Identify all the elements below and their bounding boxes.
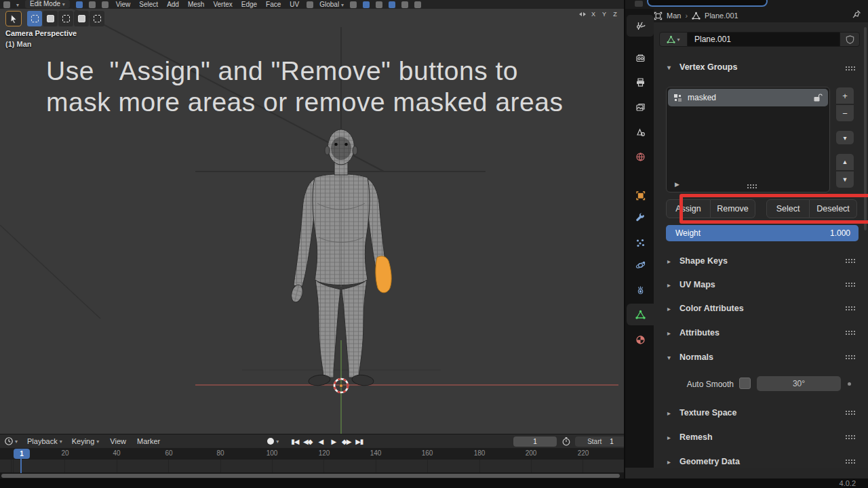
auto-keying-button[interactable]: ▾ — [267, 438, 279, 445]
panel-attributes[interactable]: ▸Attributes — [654, 321, 868, 344]
panel-grip-icon[interactable] — [845, 282, 855, 287]
list-grip-icon[interactable] — [747, 184, 757, 189]
select-mode-vertex-icon[interactable] — [76, 1, 83, 8]
vertex-group-specials-button[interactable]: ▾ — [835, 130, 854, 145]
select-circle-tool-button[interactable] — [43, 11, 58, 26]
menu-mesh[interactable]: Mesh — [186, 1, 205, 8]
filter-icon[interactable] — [635, 1, 643, 7]
tab-particles[interactable] — [627, 232, 654, 253]
datablock-name-field[interactable]: Plane.001 — [688, 32, 840, 47]
tweak-tool-button[interactable] — [5, 11, 22, 26]
xray-icon[interactable] — [389, 1, 395, 8]
select-subtract-tool-button[interactable] — [90, 11, 104, 26]
panel-grip-icon[interactable] — [845, 410, 855, 415]
play-reverse-button[interactable]: ◀ — [315, 438, 326, 445]
breadcrumb-data[interactable]: Plane.001 — [705, 12, 738, 20]
panel-grip-icon[interactable] — [845, 434, 855, 440]
tab-physics[interactable] — [627, 254, 654, 276]
tab-object[interactable] — [627, 184, 654, 206]
weight-slider[interactable]: Weight 1.000 — [666, 225, 859, 241]
current-frame-marker[interactable]: 1 — [14, 449, 30, 459]
panel-normals[interactable]: ▾Normals — [654, 346, 868, 369]
orientation-icon[interactable] — [307, 1, 313, 8]
animate-decorator-dot[interactable] — [848, 382, 851, 386]
panel-grip-icon[interactable] — [845, 66, 855, 71]
transform-icon[interactable] — [3, 1, 10, 8]
select-mode-face-icon[interactable] — [102, 1, 108, 8]
timeline-scrollbar[interactable] — [1, 474, 620, 478]
panel-shape-keys[interactable]: ▸Shape Keys — [654, 249, 868, 272]
add-vertex-group-button[interactable]: + — [835, 87, 854, 104]
mode-dropdown[interactable]: Edit Mode ▾ — [25, 0, 70, 8]
tab-constraints[interactable] — [627, 279, 654, 301]
editor-type-button[interactable]: ▾ — [4, 436, 18, 446]
panel-grip-icon[interactable] — [845, 306, 855, 311]
panel-uv-maps[interactable]: ▸UV Maps — [654, 273, 868, 296]
view-menu[interactable]: View — [110, 437, 126, 445]
vertex-groups-list[interactable]: masked ▶ — [666, 87, 830, 192]
panel-color-attributes[interactable]: ▸Color Attributes — [654, 297, 868, 320]
panel-grip-icon[interactable] — [845, 354, 855, 360]
timeline-editor[interactable]: ▾ Playback▾ Keying▾ View Marker ▾ ▮◀ ◀◆ … — [0, 434, 624, 479]
snap-icon[interactable] — [363, 1, 370, 8]
panel-grip-icon[interactable] — [845, 459, 855, 464]
shading-icon[interactable] — [414, 1, 421, 8]
menu-edge[interactable]: Edge — [240, 1, 258, 8]
mirror-x-button[interactable]: X — [589, 9, 598, 19]
tab-object-data[interactable] — [627, 304, 654, 325]
list-filter-expand-icon[interactable]: ▶ — [675, 181, 679, 188]
panel-grip-icon[interactable] — [845, 330, 855, 336]
panel-remesh[interactable]: ▸Remesh — [654, 426, 868, 449]
marker-menu[interactable]: Marker — [137, 437, 160, 445]
mirror-z-button[interactable]: Z — [610, 9, 620, 19]
lock-open-icon[interactable] — [812, 93, 823, 102]
playhead-line[interactable] — [20, 459, 22, 473]
datablock-browse-button[interactable]: ▾ — [659, 32, 688, 47]
pivot-icon[interactable] — [350, 1, 357, 8]
auto-smooth-angle-field[interactable]: 30° — [757, 376, 841, 391]
vertex-group-item-masked[interactable]: masked — [668, 89, 828, 106]
move-group-up-button[interactable]: ▲ — [835, 153, 854, 171]
current-frame-field[interactable]: 1 — [513, 436, 557, 447]
tab-material[interactable] — [627, 329, 654, 350]
tab-output[interactable] — [627, 71, 654, 93]
previous-keyframe-button[interactable]: ◀◆ — [302, 438, 313, 445]
select-lasso-tool-button[interactable] — [58, 11, 73, 26]
proportional-edit-icon[interactable] — [376, 1, 382, 8]
fake-user-button[interactable] — [840, 32, 860, 47]
properties-search-field[interactable] — [647, 0, 768, 7]
menu-face[interactable]: Face — [264, 1, 282, 8]
panel-grip-icon[interactable] — [845, 258, 855, 264]
menu-view[interactable]: View — [115, 1, 132, 8]
vertex-groups-header[interactable]: ▾ Vertex Groups — [667, 62, 737, 72]
select-extend-tool-button[interactable] — [74, 11, 89, 26]
keying-menu[interactable]: Keying▾ — [72, 437, 100, 445]
play-button[interactable]: ▶ — [328, 438, 338, 445]
menu-vertex[interactable]: Vertex — [212, 1, 233, 8]
breadcrumb-object[interactable]: Man — [667, 12, 681, 20]
remove-vertex-group-button[interactable]: − — [835, 104, 854, 122]
menu-select[interactable]: Select — [138, 1, 159, 8]
next-keyframe-button[interactable]: ◆▶ — [341, 438, 351, 445]
timeline-ruler[interactable]: 20 40 60 80 100 120 140 160 180 200 220 — [0, 448, 624, 460]
overlays-icon[interactable] — [401, 1, 408, 8]
tab-view-layer[interactable] — [627, 96, 654, 118]
auto-smooth-checkbox[interactable] — [739, 378, 751, 389]
move-group-down-button[interactable]: ▼ — [835, 171, 854, 188]
menu-uv[interactable]: UV — [288, 1, 300, 8]
start-frame-field[interactable]: Start1 — [575, 436, 624, 447]
jump-to-start-button[interactable]: ▮◀ — [290, 438, 300, 445]
timeline-track[interactable] — [0, 460, 624, 472]
select-mode-edge-icon[interactable] — [89, 1, 96, 8]
panel-texture-space[interactable]: ▸Texture Space — [654, 401, 868, 424]
menu-add[interactable]: Add — [165, 1, 180, 8]
tab-render[interactable] — [627, 47, 654, 68]
tab-world[interactable] — [627, 146, 654, 167]
pin-icon[interactable] — [852, 9, 861, 19]
jump-to-end-button[interactable]: ▶▮ — [354, 438, 364, 445]
tab-tool[interactable] — [627, 15, 654, 37]
select-box-tool-button[interactable] — [27, 11, 42, 26]
orientation-dropdown[interactable]: Global ▾ — [319, 1, 344, 8]
tab-modifiers[interactable] — [627, 207, 654, 228]
tab-scene[interactable] — [627, 121, 654, 143]
